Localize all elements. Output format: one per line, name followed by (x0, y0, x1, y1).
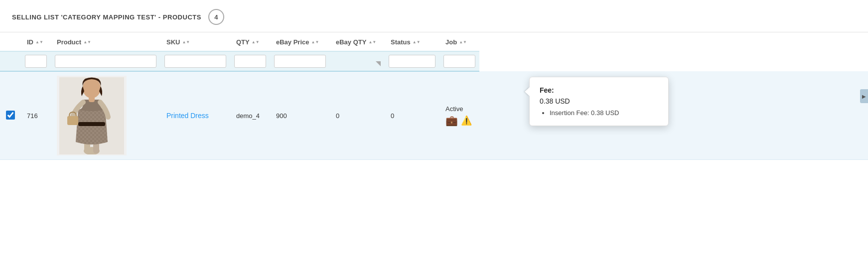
row-product-image-cell (51, 71, 160, 160)
filter-cell-checkbox (0, 51, 21, 71)
filter-input-job[interactable] (443, 55, 475, 68)
col-status-label: Status (391, 38, 411, 46)
col-header-ebay-price[interactable]: eBay Price ▲▼ (270, 32, 330, 51)
table-header-row: ID ▲▼ Product ▲▼ SKU ▲▼ (0, 32, 868, 51)
table-wrapper: ID ▲▼ Product ▲▼ SKU ▲▼ (0, 32, 868, 160)
filter-input-qty[interactable] (234, 55, 266, 68)
filter-cell-job (439, 51, 479, 71)
products-table: ID ▲▼ Product ▲▼ SKU ▲▼ (0, 32, 868, 160)
sort-icons-qty[interactable]: ▲▼ (252, 40, 260, 44)
product-image-svg (59, 77, 124, 154)
col-header-ebay-qty[interactable]: eBay QTY ▲▼ (330, 32, 385, 51)
page-title: SELLING LIST 'CATEGORY MAPPING TEST' - P… (12, 13, 201, 21)
briefcase-icon: 💼 (445, 115, 458, 127)
col-job-label: Job (445, 38, 457, 46)
scroll-right-indicator[interactable]: ▶ (860, 89, 868, 103)
filter-cell-ebay-price (270, 51, 330, 71)
col-sku-label: SKU (166, 38, 180, 46)
sort-icons-ebay-qty[interactable]: ▲▼ (368, 40, 376, 44)
col-header-qty[interactable]: QTY ▲▼ (230, 32, 270, 51)
filter-cell-ebay-qty (330, 51, 385, 71)
col-header-id[interactable]: ID ▲▼ (21, 32, 51, 51)
page-container: SELLING LIST 'CATEGORY MAPPING TEST' - P… (0, 0, 868, 273)
row-ebay-qty: 0 (391, 112, 394, 120)
row-qty: 900 (276, 112, 287, 120)
row-ebay-qty-cell: 0 (385, 71, 439, 160)
col-header-job[interactable]: Job ▲▼ (439, 32, 479, 51)
row-product-name-cell: Printed Dress (160, 71, 230, 160)
col-header-product[interactable]: Product ▲▼ (51, 32, 160, 51)
sort-icons-job[interactable]: ▲▼ (459, 40, 467, 44)
count-badge: 4 (208, 9, 224, 25)
row-checkbox[interactable] (6, 111, 15, 120)
col-product-label: Product (57, 38, 81, 46)
row-id-cell: 716 (21, 71, 51, 160)
page-header: SELLING LIST 'CATEGORY MAPPING TEST' - P… (0, 0, 868, 32)
col-id-label: ID (27, 38, 33, 46)
col-header-checkbox (0, 32, 21, 51)
svg-point-8 (83, 78, 101, 98)
filter-input-product[interactable] (55, 55, 156, 68)
table-filter-row (0, 51, 868, 71)
job-icons: 💼 ⚠️ (445, 115, 473, 127)
svg-rect-9 (89, 96, 95, 102)
row-checkbox-cell (0, 71, 21, 160)
row-job-cell (479, 71, 868, 160)
product-image-wrapper (57, 76, 127, 155)
sort-icons-product[interactable]: ▲▼ (83, 40, 91, 44)
col-ebay-price-label: eBay Price (276, 38, 309, 46)
col-ebay-qty-label: eBay QTY (336, 38, 366, 46)
row-ebay-price: 0 (336, 112, 339, 120)
col-header-sku[interactable]: SKU ▲▼ (160, 32, 230, 51)
col-qty-label: QTY (236, 38, 250, 46)
filter-cell-qty (230, 51, 270, 71)
row-id: 716 (27, 112, 38, 120)
product-name-link[interactable]: Printed Dress (166, 112, 209, 120)
row-status-cell: Active 💼 ⚠️ Fee: 0.38 USD Insertion Fee:… (439, 71, 479, 160)
sort-icons-sku[interactable]: ▲▼ (182, 40, 190, 44)
row-sku: demo_4 (236, 112, 260, 120)
row-status: Active (445, 105, 463, 113)
col-header-status[interactable]: Status ▲▼ (385, 32, 439, 51)
sort-icons-status[interactable]: ▲▼ (413, 40, 421, 44)
filter-input-id[interactable] (25, 55, 47, 68)
sort-icons-ebay-price[interactable]: ▲▼ (311, 40, 319, 44)
filter-cell-product (51, 51, 160, 71)
row-qty-cell: 900 (270, 71, 330, 160)
filter-cell-sku (160, 51, 230, 71)
row-ebay-price-cell: 0 (330, 71, 385, 160)
filter-input-ebay-price[interactable] (274, 55, 326, 68)
filter-input-status[interactable] (389, 55, 435, 68)
filter-input-sku[interactable] (164, 55, 226, 68)
svg-rect-6 (78, 122, 105, 126)
sort-icons-id[interactable]: ▲▼ (35, 40, 43, 44)
filter-cell-id (21, 51, 51, 71)
row-sku-cell: demo_4 (230, 71, 270, 160)
filter-cell-status (385, 51, 439, 71)
table-row: 716 (0, 71, 868, 160)
table-body: 716 (0, 71, 868, 160)
warning-icon: ⚠️ (461, 115, 472, 126)
svg-rect-7 (67, 116, 78, 125)
